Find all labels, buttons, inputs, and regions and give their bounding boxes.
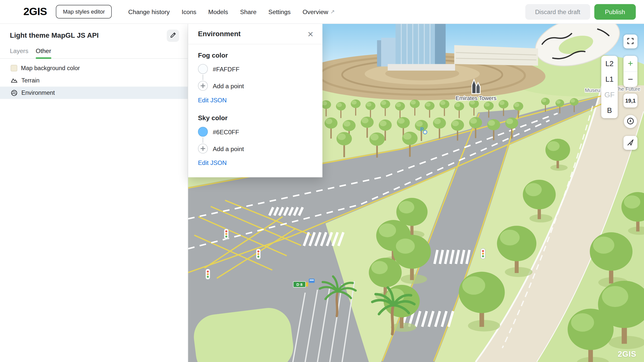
sky-color-section: Sky color #6EC0FF Add a point Edit JSON <box>198 115 313 167</box>
plus-icon <box>198 81 208 91</box>
2gis-logo[interactable]: 2GIS <box>23 5 47 18</box>
external-link-icon: ↗ <box>330 9 335 15</box>
zoom-in-button[interactable]: + <box>623 56 637 71</box>
sky-edit-json-link[interactable]: Edit JSON <box>198 159 227 166</box>
sidebar-header: Light theme MapGL JS API <box>0 24 188 44</box>
svg-text:Emirates Towers: Emirates Towers <box>456 95 496 101</box>
close-icon: × <box>308 28 313 39</box>
map-styles-editor-app: 2GIS Map styles editor Change history Ic… <box>0 0 644 362</box>
close-panel-button[interactable]: × <box>304 27 317 40</box>
point-connector <box>203 75 203 80</box>
road-sign-label: D 8 <box>296 282 303 287</box>
zoom-out-button[interactable]: − <box>623 71 637 87</box>
floor-selector: L2 L1 GF B <box>601 56 618 118</box>
topbar: 2GIS Map styles editor Change history Ic… <box>0 0 644 24</box>
compass-icon <box>626 117 635 126</box>
panel-title: Environment <box>198 30 241 38</box>
sidebar-tabs: Layers Other <box>0 44 188 59</box>
point-connector <box>203 138 203 143</box>
item-label: Terrain <box>21 77 39 84</box>
fog-color-row: #FAFDFF <box>198 64 313 74</box>
sky-add-point-button[interactable]: Add a point <box>198 144 313 153</box>
fullscreen-icon <box>627 37 634 45</box>
sky-color-heading: Sky color <box>198 115 313 122</box>
other-items-list: Map background color Terrain Environment <box>0 59 188 99</box>
sky-color-value: #6EC0FF <box>213 128 239 135</box>
pencil-icon <box>170 32 176 39</box>
styles-sidebar: Light theme MapGL JS API Layers Other Ma… <box>0 24 188 362</box>
zoom-level-indicator: 19,1 <box>623 94 637 108</box>
sky-color-swatch[interactable] <box>198 127 208 137</box>
floor-l2[interactable]: L2 <box>601 56 618 71</box>
map-styles-editor-button[interactable]: Map styles editor <box>56 5 112 19</box>
terrain-icon <box>11 77 18 84</box>
zoom-control: + − <box>623 56 637 87</box>
environment-panel: Environment × Fog color #FAFDFF Add a po… <box>188 24 323 177</box>
locate-button[interactable] <box>623 136 637 150</box>
fog-edit-json-link[interactable]: Edit JSON <box>198 97 227 104</box>
tab-layers[interactable]: Layers <box>10 47 28 58</box>
environment-icon <box>11 89 18 96</box>
2gis-watermark: 2GIS <box>618 350 636 359</box>
fog-color-swatch[interactable] <box>198 64 208 74</box>
floor-b[interactable]: B <box>601 103 618 118</box>
panel-body: Fog color #FAFDFF Add a point Edit JSON … <box>188 44 323 177</box>
nav-models[interactable]: Models <box>208 8 228 15</box>
nav-overview[interactable]: Overview ↗ <box>303 8 335 15</box>
panel-header: Environment × <box>188 24 323 44</box>
sidebar-item-map-background-color[interactable]: Map background color <box>0 62 188 74</box>
floor-l1[interactable]: L1 <box>601 71 618 87</box>
topbar-nav: Change history Icons Models Share Settin… <box>128 8 335 15</box>
nav-overview-label: Overview <box>303 8 328 15</box>
floor-gf[interactable]: GF <box>601 87 618 103</box>
add-point-label: Add a point <box>213 82 244 89</box>
background-color-swatch <box>11 65 17 71</box>
tab-other[interactable]: Other <box>36 47 51 58</box>
nav-settings[interactable]: Settings <box>268 8 291 15</box>
fog-color-section: Fog color #FAFDFF Add a point Edit JSON <box>198 52 313 104</box>
fullscreen-button[interactable] <box>623 34 637 49</box>
nav-change-history[interactable]: Change history <box>128 8 170 15</box>
fog-add-point-button[interactable]: Add a point <box>198 81 313 91</box>
compass-button[interactable] <box>624 115 637 128</box>
sidebar-item-terrain[interactable]: Terrain <box>0 74 188 87</box>
add-point-label: Add a point <box>213 145 244 152</box>
item-label: Environment <box>21 89 55 96</box>
sky-color-row: #6EC0FF <box>198 127 313 137</box>
nav-share[interactable]: Share <box>240 8 256 15</box>
plus-icon <box>198 144 208 153</box>
item-label: Map background color <box>21 65 80 71</box>
museum-label-left: Museu <box>585 87 600 93</box>
white-building <box>454 45 538 66</box>
style-title: Light theme MapGL JS API <box>10 32 99 40</box>
edit-style-title-button[interactable] <box>167 30 179 42</box>
sidebar-item-environment[interactable]: Environment <box>0 86 188 99</box>
location-arrow-icon <box>627 139 634 147</box>
fog-color-heading: Fog color <box>198 52 313 59</box>
publish-button[interactable]: Publish <box>594 4 636 20</box>
discard-draft-button[interactable]: Discard the draft <box>525 4 590 20</box>
nav-icons[interactable]: Icons <box>182 8 196 15</box>
fog-color-value: #FAFDFF <box>213 65 239 72</box>
